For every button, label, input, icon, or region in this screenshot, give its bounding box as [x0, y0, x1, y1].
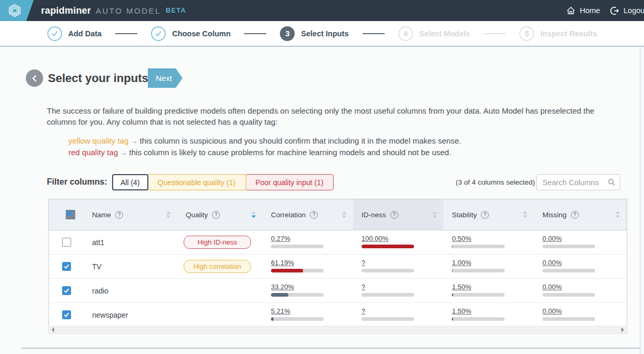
vertical-scrollbar[interactable]: [640, 47, 644, 354]
sort-toggle[interactable]: [616, 211, 620, 218]
yellow-tag-description: this column is suspicious and you should…: [140, 136, 461, 145]
horizontal-scrollbar[interactable]: [48, 326, 627, 334]
metric-cell: 5.21%: [263, 303, 353, 327]
metric-value: 0.27%: [271, 235, 353, 243]
metric-value: ?: [361, 259, 444, 267]
column-header-name[interactable]: Name ?: [84, 199, 177, 230]
filter-columns-label: Filter columns:: [47, 177, 107, 187]
column-header-label: Correlation: [271, 211, 306, 219]
column-header-idness[interactable]: ID-ness ?: [353, 199, 444, 230]
metric-cell: 0.00%: [534, 230, 627, 254]
scroll-left-icon[interactable]: [52, 327, 54, 332]
step-circle-icon: 4: [398, 26, 413, 41]
column-header-label: Name: [92, 211, 111, 219]
yellow-tag-label: yellow quality tag: [68, 136, 128, 145]
table-row: newspaper5.21%?1.50%0.00%: [49, 302, 627, 327]
help-icon[interactable]: ?: [310, 211, 318, 219]
next-button[interactable]: Next: [148, 68, 183, 88]
sort-toggle[interactable]: [342, 211, 346, 218]
step-add-data[interactable]: Add Data: [47, 26, 102, 41]
row-checkbox[interactable]: [62, 286, 71, 295]
search-icon[interactable]: [608, 178, 616, 186]
metric-bar-fill: [452, 293, 453, 297]
metric-value: 0.00%: [542, 259, 627, 267]
red-tag-description: this column is likely to cause problems …: [129, 148, 451, 157]
scroll-right-icon[interactable]: [621, 327, 624, 332]
metric-bar: [361, 317, 414, 321]
help-icon[interactable]: ?: [481, 211, 489, 219]
filter-buttons: All (4)Questionable quality (1)Poor qual…: [112, 174, 334, 190]
stepper-connector: [115, 33, 137, 34]
filter-button-all[interactable]: All (4): [112, 174, 148, 190]
rapidminer-logo[interactable]: [0, 0, 37, 21]
logout-label: Logout: [623, 6, 644, 15]
back-button[interactable]: [26, 69, 43, 87]
metric-bar-fill: [271, 317, 274, 321]
header-checkbox-cell: [49, 199, 84, 230]
step-label: Select Models: [419, 29, 470, 38]
sort-toggle[interactable]: [432, 211, 437, 218]
metric-bar-fill: [361, 245, 414, 248]
metric-cell: 33.20%: [263, 279, 353, 302]
topbar: rapidminer AUTO MODEL BETA Home Logout: [0, 0, 644, 21]
metric-bar: [542, 293, 595, 297]
column-name: TV: [84, 255, 177, 278]
metric-cell: 0.27%: [263, 230, 353, 254]
metric-bar: [271, 245, 324, 248]
metric-bar-fill: [452, 317, 453, 321]
metric-cell: 0.00%: [534, 255, 627, 278]
metric-bar: [452, 245, 505, 248]
sort-toggle[interactable]: [166, 211, 170, 218]
table-row: radio33.20%?1.50%0.00%: [49, 278, 627, 302]
metric-cell: ?: [353, 303, 444, 327]
step-label: Choose Column: [172, 29, 230, 38]
intro-text: The success or failure of building predi…: [47, 105, 620, 127]
select-all-checkbox[interactable]: [66, 210, 75, 219]
metric-value: 1.50%: [452, 307, 534, 316]
step-label: Select Inputs: [301, 29, 348, 38]
metric-bar: [542, 269, 595, 272]
metric-value: 0.00%: [542, 307, 627, 316]
row-checkbox[interactable]: [62, 262, 71, 271]
filter-button-yellow[interactable]: Questionable quality (1): [147, 174, 247, 190]
logout-button[interactable]: Logout: [609, 0, 644, 21]
quality-tag-cell: [177, 279, 263, 302]
stepper-connector: [484, 33, 506, 34]
home-button[interactable]: Home: [566, 0, 600, 21]
column-header-quality[interactable]: Quality ?: [177, 199, 263, 230]
quality-tag-cell: High ID-ness: [177, 230, 263, 254]
metric-value: 5.21%: [271, 307, 353, 316]
metric-cell: 100.00%: [353, 230, 444, 254]
help-icon[interactable]: ?: [571, 211, 579, 219]
metric-cell: 1.00%: [444, 255, 534, 278]
stepper-connector: [363, 33, 385, 34]
metric-bar: [542, 245, 595, 248]
step-circle-icon: [151, 26, 166, 41]
sort-toggle[interactable]: [251, 211, 256, 218]
metric-bar: [542, 317, 595, 321]
beta-badge: BETA: [166, 7, 186, 14]
step-choose-column[interactable]: Choose Column: [151, 26, 230, 41]
home-icon: [566, 6, 576, 15]
step-circle-icon: [47, 26, 62, 41]
column-header-correlation[interactable]: Correlation ?: [263, 199, 353, 230]
metric-bar: [361, 269, 414, 272]
column-name: att1: [84, 230, 177, 254]
column-header-missing[interactable]: Missing ?: [534, 199, 627, 230]
filter-button-red[interactable]: Poor quality input (1): [245, 174, 333, 190]
help-icon[interactable]: ?: [212, 211, 220, 219]
step-circle-icon: 5: [519, 26, 534, 41]
step-label: Inspect Results: [540, 29, 597, 38]
table-header: Name ? Quality ? Correlation ? ID-ness ?…: [49, 199, 627, 230]
help-icon[interactable]: ?: [390, 211, 398, 219]
step-inspect-results: 5Inspect Results: [519, 26, 597, 41]
sort-toggle[interactable]: [523, 211, 527, 218]
help-icon[interactable]: ?: [115, 211, 123, 219]
metric-value: 61.19%: [271, 259, 353, 267]
row-checkbox[interactable]: [62, 238, 71, 247]
brand-product: AUTO MODEL: [96, 6, 161, 15]
metric-value: ?: [361, 283, 444, 291]
column-header-stability[interactable]: Stability ?: [444, 199, 534, 230]
row-checkbox[interactable]: [62, 310, 71, 319]
footer-divider: [21, 348, 640, 349]
